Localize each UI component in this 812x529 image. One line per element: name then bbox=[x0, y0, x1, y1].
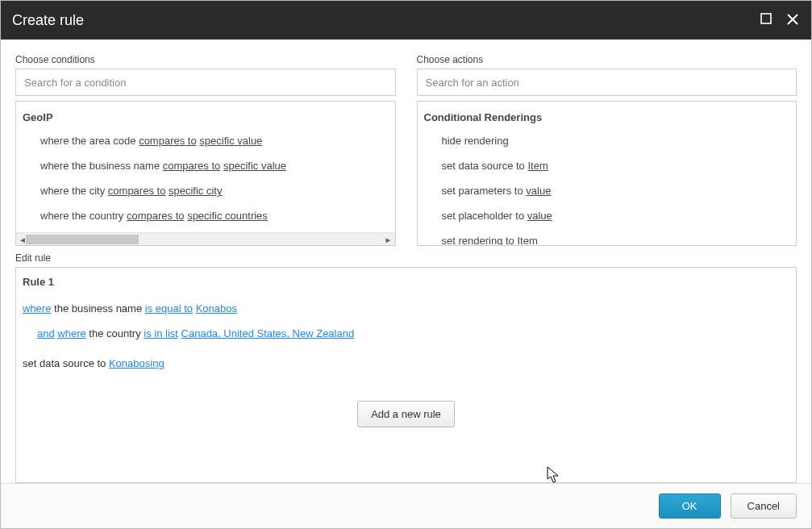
operator-link[interactable]: is equal to bbox=[145, 302, 193, 314]
dialog-footer: OK Cancel bbox=[1, 483, 811, 528]
condition-text: where the business name bbox=[40, 160, 163, 172]
action-text: set rendering to bbox=[442, 235, 518, 246]
rule-line: and where the country is in list Canada,… bbox=[23, 321, 789, 346]
condition-item[interactable]: where the business name compares to spec… bbox=[21, 153, 389, 178]
dialog-title: Create rule bbox=[12, 12, 84, 29]
actions-group-header: Conditional Renderings bbox=[423, 106, 790, 128]
ok-button[interactable]: OK bbox=[659, 494, 721, 519]
edit-rule-label: Edit rule bbox=[15, 252, 797, 264]
action-item[interactable]: set rendering to Item bbox=[423, 228, 790, 246]
where-link[interactable]: where bbox=[23, 302, 51, 314]
condition-link[interactable]: specific countries bbox=[187, 210, 268, 222]
rule-line: set data source to Konabosing bbox=[23, 351, 789, 376]
action-link[interactable]: Item bbox=[517, 235, 537, 246]
create-rule-dialog: Create rule Choose conditions GeoIP bbox=[0, 0, 812, 529]
close-icon[interactable] bbox=[785, 12, 800, 29]
action-link[interactable]: value bbox=[527, 210, 552, 222]
value-link[interactable]: Canada, United States, New Zealand bbox=[181, 327, 355, 339]
rule-title: Rule 1 bbox=[16, 268, 796, 296]
cancel-button[interactable]: Cancel bbox=[731, 494, 797, 519]
titlebar: Create rule bbox=[1, 1, 811, 40]
value-link[interactable]: Konabos bbox=[196, 302, 237, 314]
conditions-label: Choose conditions bbox=[15, 54, 396, 65]
action-link[interactable]: Item bbox=[527, 160, 548, 172]
scroll-thumb[interactable] bbox=[26, 235, 139, 244]
actions-label: Choose actions bbox=[417, 54, 797, 65]
condition-text: where the area code bbox=[40, 135, 139, 147]
and-link[interactable]: and bbox=[37, 327, 55, 339]
svg-rect-0 bbox=[761, 14, 771, 23]
condition-text: where the city bbox=[40, 185, 108, 197]
condition-link[interactable]: specific value bbox=[199, 135, 262, 147]
edit-rule-box: Rule 1 where the business name is equal … bbox=[15, 267, 797, 483]
action-item[interactable]: hide rendering bbox=[423, 128, 790, 153]
actions-search-input[interactable] bbox=[417, 69, 797, 96]
action-item[interactable]: set data source to Item bbox=[423, 153, 790, 178]
condition-link[interactable]: compares to bbox=[139, 135, 197, 147]
action-item[interactable]: set parameters to value bbox=[423, 178, 790, 203]
actions-column: Choose actions Conditional Renderings hi… bbox=[417, 54, 797, 246]
condition-item[interactable]: where the city compares to specific city bbox=[21, 178, 389, 203]
conditions-group-header: GeoIP bbox=[21, 106, 389, 128]
rule-line: where the business name is equal to Kona… bbox=[23, 296, 789, 321]
condition-link[interactable]: compares to bbox=[163, 160, 221, 172]
condition-item[interactable]: where the country compares to specific c… bbox=[21, 203, 389, 228]
action-item[interactable]: set placeholder to value bbox=[423, 203, 790, 228]
add-rule-button[interactable]: Add a new rule bbox=[357, 401, 455, 427]
window-controls bbox=[760, 12, 800, 29]
condition-item[interactable]: where the area code compares to specific… bbox=[21, 128, 389, 153]
condition-link[interactable]: compares to bbox=[127, 210, 185, 222]
operator-link[interactable]: is in list bbox=[144, 327, 178, 339]
conditions-search-input[interactable] bbox=[15, 69, 396, 96]
action-text: hide rendering bbox=[442, 135, 509, 147]
condition-link[interactable]: specific city bbox=[169, 185, 222, 197]
columns: Choose conditions GeoIP where the area c… bbox=[15, 54, 797, 246]
where-link[interactable]: where bbox=[57, 327, 85, 339]
rule-body: where the business name is equal to Kona… bbox=[16, 296, 796, 386]
scroll-right-icon[interactable]: ► bbox=[382, 233, 395, 246]
horizontal-scrollbar[interactable]: ◄ ► bbox=[16, 232, 395, 245]
action-text: set parameters to bbox=[442, 185, 527, 197]
condition-link[interactable]: compares to bbox=[108, 185, 166, 197]
action-text: set data source to bbox=[442, 160, 528, 172]
conditions-list[interactable]: GeoIP where the area code compares to sp… bbox=[15, 101, 396, 246]
actions-list[interactable]: Conditional Renderings hide rendering se… bbox=[417, 101, 797, 246]
action-link[interactable]: value bbox=[526, 185, 551, 197]
dialog-body: Choose conditions GeoIP where the area c… bbox=[1, 40, 811, 483]
action-text: set placeholder to bbox=[442, 210, 527, 222]
condition-text: where the country bbox=[40, 210, 127, 222]
conditions-column: Choose conditions GeoIP where the area c… bbox=[15, 54, 396, 246]
maximize-icon[interactable] bbox=[760, 12, 772, 29]
condition-link[interactable]: specific value bbox=[223, 160, 286, 172]
value-link[interactable]: Konabosing bbox=[109, 357, 164, 369]
add-rule-wrap: Add a new rule bbox=[16, 386, 796, 448]
